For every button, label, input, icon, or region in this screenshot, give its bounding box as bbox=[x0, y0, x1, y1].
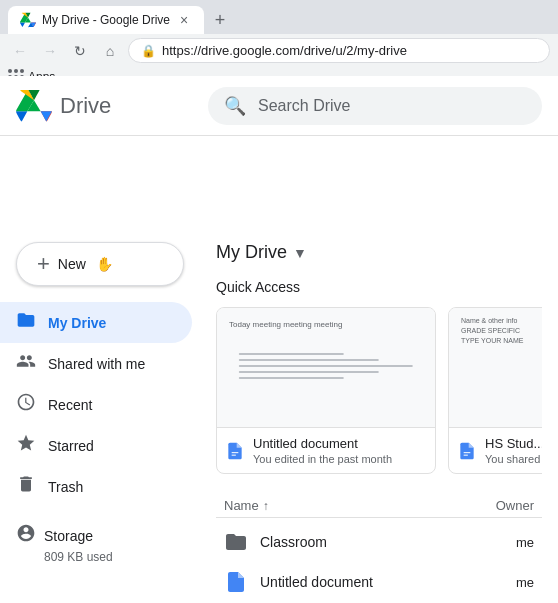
sidebar-item-label-my-drive: My Drive bbox=[48, 315, 106, 331]
quick-access-file-untitled1[interactable]: Today meeting meeting meeting Untitled d… bbox=[216, 307, 436, 474]
file-name-untitled1: Untitled document bbox=[253, 436, 427, 451]
doc-icon-untitled1 bbox=[225, 441, 245, 461]
storage-used: 809 KB used bbox=[16, 550, 184, 564]
tab-close-button[interactable]: × bbox=[176, 12, 192, 28]
file-meta-untitled1: You edited in the past month bbox=[253, 453, 427, 465]
sidebar-item-trash[interactable]: Trash bbox=[0, 466, 192, 507]
url-text: https://drive.google.com/drive/u/2/my-dr… bbox=[162, 43, 407, 58]
sidebar-item-label-trash: Trash bbox=[48, 479, 83, 495]
folder-icon-classroom bbox=[224, 530, 248, 554]
storage-label: Storage bbox=[44, 528, 93, 544]
back-button[interactable]: ← bbox=[8, 39, 32, 63]
active-tab[interactable]: My Drive - Google Drive × bbox=[8, 6, 204, 34]
reload-button[interactable]: ↻ bbox=[68, 39, 92, 63]
drive-app-name: Drive bbox=[60, 93, 111, 119]
doc-icon-list-untitled2 bbox=[224, 570, 248, 594]
new-button-label: New bbox=[58, 256, 86, 272]
address-bar: ← → ↻ ⌂ 🔒 https://drive.google.com/drive… bbox=[0, 34, 558, 67]
preview-line-3-hs: TYPE YOUR NAME bbox=[461, 336, 542, 346]
drive-logo: Drive bbox=[16, 90, 196, 122]
sidebar-item-starred[interactable]: Starred bbox=[0, 425, 192, 466]
search-icon: 🔍 bbox=[224, 95, 246, 117]
sort-icon: ↑ bbox=[263, 499, 269, 513]
file-card-info-hs-stud: HS Stud... You shared bbox=[449, 428, 542, 473]
cursor-indicator: ✋ bbox=[96, 256, 113, 272]
home-button[interactable]: ⌂ bbox=[98, 39, 122, 63]
search-placeholder: Search Drive bbox=[258, 97, 350, 115]
content-header: My Drive ▼ bbox=[216, 242, 542, 263]
drive-logo-icon bbox=[16, 90, 52, 122]
file-preview-untitled1: Today meeting meeting meeting bbox=[217, 308, 435, 428]
new-button[interactable]: + New ✋ bbox=[16, 242, 184, 286]
my-drive-icon bbox=[16, 310, 36, 335]
file-info-hs-stud: HS Stud... You shared bbox=[485, 436, 542, 465]
sidebar-item-my-drive[interactable]: My Drive bbox=[0, 302, 192, 343]
new-tab-button[interactable]: + bbox=[208, 8, 232, 32]
quick-access-label: Quick Access bbox=[216, 279, 542, 295]
name-column-header[interactable]: Name ↑ bbox=[224, 498, 454, 513]
starred-icon bbox=[16, 433, 36, 458]
main-area: + New ✋ My Drive Shared with me Recent bbox=[0, 226, 558, 603]
sidebar-item-label-recent: Recent bbox=[48, 397, 92, 413]
doc-icon-hs-stud bbox=[457, 441, 477, 461]
sidebar-item-label-starred: Starred bbox=[48, 438, 94, 454]
file-name-classroom: Classroom bbox=[260, 534, 442, 550]
content-title: My Drive bbox=[216, 242, 287, 263]
recent-icon bbox=[16, 392, 36, 417]
search-bar[interactable]: 🔍 Search Drive bbox=[208, 87, 542, 125]
content-area: My Drive ▼ Quick Access Today meeting me… bbox=[200, 226, 558, 603]
file-owner-untitled2: me bbox=[454, 575, 534, 590]
sidebar-item-shared[interactable]: Shared with me bbox=[0, 343, 192, 384]
name-col-label: Name bbox=[224, 498, 259, 513]
quick-access-section: Today meeting meeting meeting Untitled d… bbox=[216, 307, 542, 474]
shared-icon bbox=[16, 351, 36, 376]
trash-icon bbox=[16, 474, 36, 499]
sidebar-item-recent[interactable]: Recent bbox=[0, 384, 192, 425]
file-name-untitled2: Untitled document bbox=[260, 574, 442, 590]
app-header: Drive 🔍 Search Drive bbox=[0, 76, 558, 136]
file-info-untitled1: Untitled document You edited in the past… bbox=[253, 436, 427, 465]
preview-line-1-hs: Name & other info bbox=[461, 316, 542, 326]
file-owner-classroom: me bbox=[454, 535, 534, 550]
sidebar-item-label-shared: Shared with me bbox=[48, 356, 145, 372]
sidebar: + New ✋ My Drive Shared with me Recent bbox=[0, 226, 200, 603]
file-preview-hs-stud: Name & other info GRADE SPECIFIC TYPE YO… bbox=[449, 308, 542, 428]
storage-icon bbox=[16, 523, 36, 548]
file-meta-hs-stud: You shared bbox=[485, 453, 542, 465]
file-name-hs-stud: HS Stud... bbox=[485, 436, 542, 451]
forward-button[interactable]: → bbox=[38, 39, 62, 63]
url-input[interactable]: 🔒 https://drive.google.com/drive/u/2/my-… bbox=[128, 38, 550, 63]
preview-text-untitled1: Today meeting meeting meeting bbox=[229, 320, 342, 329]
lock-icon: 🔒 bbox=[141, 44, 156, 58]
my-drive-dropdown-icon[interactable]: ▼ bbox=[293, 245, 307, 261]
list-item-untitled2[interactable]: Untitled document me bbox=[216, 562, 542, 602]
file-card-info-untitled1: Untitled document You edited in the past… bbox=[217, 428, 435, 473]
tab-bar: My Drive - Google Drive × + bbox=[0, 0, 558, 34]
tab-title: My Drive - Google Drive bbox=[42, 13, 170, 27]
list-item-classroom[interactable]: Classroom me bbox=[216, 522, 542, 562]
owner-column-header: Owner bbox=[454, 498, 534, 513]
quick-access-file-hs-stud[interactable]: Name & other info GRADE SPECIFIC TYPE YO… bbox=[448, 307, 542, 474]
tab-favicon-icon bbox=[20, 12, 36, 28]
new-plus-icon: + bbox=[37, 251, 50, 277]
preview-line-2-hs: GRADE SPECIFIC bbox=[461, 326, 542, 336]
file-list-header: Name ↑ Owner bbox=[216, 494, 542, 518]
storage-section: Storage 809 KB used bbox=[0, 507, 200, 580]
